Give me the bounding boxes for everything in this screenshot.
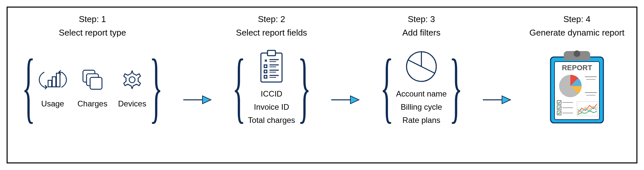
svg-rect-13 [264,65,267,68]
svg-point-6 [129,77,135,83]
filter-billing-cycle: Billing cycle [401,102,442,112]
arrow-3 [482,57,512,143]
arrow-icon [482,93,512,106]
right-brace-icon: } [449,44,462,129]
svg-rect-2 [56,73,60,87]
report-clipboard-icon: REPORT [544,47,610,126]
step-2-fields: ICCID Invoice ID Total charges [248,89,295,125]
step-4-subtitle: Generate dynamic report [529,28,625,38]
svg-marker-23 [350,96,359,104]
svg-rect-0 [48,80,52,87]
arrow-2 [331,57,360,143]
field-iccid: ICCID [261,89,282,99]
step-3-subtitle: Add filters [402,28,441,38]
svg-rect-16 [264,70,267,73]
step-2-subtitle: Select report fields [236,28,307,38]
step-2-title: Step: 2 [258,14,285,24]
step-1: Step: 1 Select report type { Usage [19,14,165,156]
step-2-bracket-group: { [230,44,313,129]
left-brace-icon: { [380,44,393,129]
svg-point-28 [574,50,580,57]
stacked-squares-icon [78,65,107,95]
report-type-usage: Usage [38,65,68,108]
gear-icon [117,65,147,95]
step-1-bracket-group: { Usage [19,44,165,129]
svg-rect-5 [90,77,102,89]
step-2-content: ICCID Invoice ID Total charges [248,44,295,129]
step-3-content: Account name Billing cycle Rate plans [396,44,447,129]
step-4: Step: 4 Generate dynamic report REPORT [529,14,625,156]
step-2: Step: 2 Select report fields { [230,14,313,156]
svg-rect-10 [268,50,275,56]
svg-marker-26 [502,96,511,104]
step-1-title: Step: 1 [79,14,106,24]
step-3-fields: Account name Billing cycle Rate plans [396,89,447,125]
report-heading: REPORT [562,64,592,72]
arrow-icon [331,93,360,106]
usage-label: Usage [41,99,64,108]
left-brace-icon: { [22,44,35,129]
filter-rate-plans: Rate plans [403,116,441,125]
step-1-content: Usage Charges [38,44,147,129]
diagram-frame: Step: 1 Select report type { Usage [7,7,637,163]
chart-refresh-icon [38,65,68,95]
svg-rect-19 [264,75,267,78]
right-brace-icon: } [150,44,163,129]
clipboard-list-icon [255,48,288,85]
step-3-title: Step: 3 [408,14,435,24]
arrow-1 [183,57,212,143]
svg-marker-8 [202,96,211,104]
step-3: Step: 3 Add filters { Account name Billi… [378,14,465,156]
step-1-subtitle: Select report type [59,28,126,38]
pie-chart-icon [403,48,440,85]
arrow-icon [183,93,212,106]
right-brace-icon: } [298,44,311,129]
filter-account-name: Account name [396,89,447,99]
report-type-devices: Devices [117,65,147,108]
devices-label: Devices [118,99,146,108]
svg-rect-1 [52,77,56,87]
step-3-bracket-group: { Account name Billing cycle Rate plans [378,44,465,129]
field-total-charges: Total charges [248,116,295,125]
field-invoice-id: Invoice ID [254,102,289,112]
left-brace-icon: { [232,44,245,129]
charges-label: Charges [78,99,108,108]
step-4-title: Step: 4 [563,14,590,24]
report-type-charges: Charges [78,65,108,108]
step-4-content: REPORT [544,44,610,129]
